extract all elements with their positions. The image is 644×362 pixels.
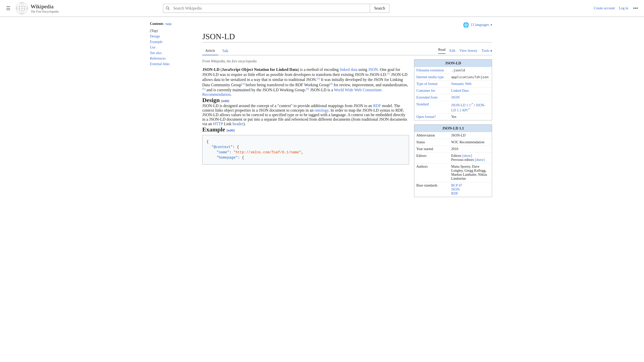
infobox-label-status: Status bbox=[414, 139, 449, 146]
w3c-rec-link[interactable]: World Wide Web Consortium Recommendation bbox=[202, 88, 382, 97]
infobox-value-editors: Editors [show] Previous editors [show] bbox=[449, 153, 492, 163]
infobox-row-standard: Standard JSON-LD 1.1↗ / JSON-LD 1.1 API↗ bbox=[414, 101, 492, 114]
main-layout: Contents hide (Top) Design Example Use S… bbox=[146, 17, 498, 206]
linked-data-link[interactable]: linked data bbox=[340, 67, 357, 72]
infobox-row-extended: Extended from JSON bbox=[414, 94, 492, 101]
infobox-jsonld-table: Filename extension .jsonld Internet medi… bbox=[414, 67, 492, 120]
tools-button[interactable]: Tools ▾ bbox=[481, 49, 492, 53]
infobox-row-filename: Filename extension .jsonld bbox=[414, 67, 492, 74]
sidebar: Contents hide (Top) Design Example Use S… bbox=[146, 17, 196, 206]
language-bar: 🌐 13 languages ▾ bbox=[202, 22, 492, 28]
infobox-value-status: W3C Recommendation bbox=[449, 139, 492, 146]
infobox-jsonld11: JSON-LD 1.1 Abbreviation JSON-LD Status … bbox=[414, 124, 492, 197]
header-link[interactable]: header bbox=[232, 122, 243, 126]
article-tabs: Article Talk Read Edit View history Tool… bbox=[202, 47, 492, 55]
search-input[interactable] bbox=[172, 4, 370, 13]
tab-talk[interactable]: Talk bbox=[219, 47, 231, 55]
infobox-row-year: Year started 2010 bbox=[414, 146, 492, 153]
rdf-link[interactable]: RDF bbox=[373, 104, 381, 108]
site-logo[interactable]: Wikipedia The Free Encyclopedia bbox=[16, 2, 59, 15]
infobox-label-editors: Editors bbox=[414, 153, 449, 163]
toc-link-use[interactable]: Use bbox=[150, 46, 155, 49]
json-link[interactable]: JSON bbox=[368, 67, 378, 72]
infobox-value-abbrev: JSON-LD bbox=[449, 132, 492, 139]
http-link[interactable]: HTTP bbox=[213, 122, 223, 126]
infobox-label-extended: Extended from bbox=[414, 94, 449, 101]
editors-show-link[interactable]: [show] bbox=[462, 154, 472, 158]
ref-4[interactable]: [4] bbox=[329, 82, 333, 85]
bcp47-link[interactable]: BCP 47 bbox=[451, 184, 462, 187]
search-icon bbox=[166, 6, 170, 10]
toc-item-design: Design bbox=[150, 34, 192, 38]
infobox-label-media: Internet media type bbox=[414, 74, 449, 81]
content-with-infobox: From Wikipedia, the free encyclopedia JS… bbox=[202, 59, 492, 201]
infobox-label-open: Open format? bbox=[414, 114, 449, 120]
toc-item-external-links: External links bbox=[150, 62, 192, 66]
json-standard-link[interactable]: JSON bbox=[451, 188, 460, 191]
infobox-row-container: Container for Linked Data bbox=[414, 87, 492, 94]
ref-5[interactable]: [5] bbox=[202, 87, 206, 90]
toc-top-item: (Top) bbox=[150, 29, 192, 33]
ref-2[interactable]: [2] bbox=[317, 77, 320, 80]
ref-3[interactable]: [3] bbox=[242, 82, 245, 85]
tab-view-history[interactable]: View history bbox=[459, 49, 477, 53]
toc-link-see-also[interactable]: See also bbox=[150, 51, 162, 55]
header-actions: Create account Log in ••• bbox=[594, 5, 639, 12]
wikipedia-globe-icon bbox=[16, 2, 28, 15]
infobox-value-year: 2010 bbox=[449, 146, 492, 153]
toc-item-references: References bbox=[150, 57, 192, 61]
rdf-standard-link[interactable]: RDF bbox=[451, 192, 458, 195]
site-subtitle: The Free Encyclopedia bbox=[31, 10, 59, 13]
toc-item-example: Example bbox=[150, 40, 192, 44]
hide-toc-button[interactable]: hide bbox=[166, 22, 172, 26]
language-icon: 🌐 bbox=[463, 22, 469, 28]
tab-read[interactable]: Read bbox=[438, 48, 446, 54]
toc-item-see-also: See also bbox=[150, 51, 192, 55]
more-options-button[interactable]: ••• bbox=[632, 5, 639, 12]
edit-design-link[interactable]: edit bbox=[222, 99, 228, 103]
svg-line-6 bbox=[168, 9, 169, 10]
tab-group-left: Article Talk bbox=[202, 47, 438, 55]
from-wiki: From Wikipedia, the free encyclopedia bbox=[202, 59, 409, 63]
design-paragraph: JSON-LD is designed around the concept o… bbox=[202, 104, 409, 126]
infobox-value-type: Semantic Web bbox=[449, 81, 492, 87]
infobox-jsonld-title: JSON-LD bbox=[414, 60, 492, 67]
prev-editors-show-link[interactable]: [show] bbox=[475, 158, 485, 162]
infobox-row-abbrev: Abbreviation JSON-LD bbox=[414, 132, 492, 139]
log-in-link[interactable]: Log in bbox=[619, 6, 628, 10]
create-account-link[interactable]: Create account bbox=[594, 6, 615, 10]
infobox-label-standard: Standard bbox=[414, 101, 449, 114]
tab-article[interactable]: Article bbox=[202, 47, 218, 55]
contents-title: Contents bbox=[150, 22, 164, 26]
toc-link-design[interactable]: Design bbox=[150, 34, 160, 38]
article-main: From Wikipedia, the free encyclopedia JS… bbox=[202, 59, 409, 201]
edit-example-link[interactable]: edit bbox=[228, 128, 233, 132]
toc-list: Design Example Use See also References E… bbox=[150, 34, 192, 66]
infobox-label-type: Type of format bbox=[414, 81, 449, 87]
site-title: Wikipedia bbox=[31, 3, 59, 10]
chevron-down-icon: ▾ bbox=[491, 23, 492, 27]
search-button[interactable]: Search bbox=[370, 4, 389, 13]
ref-1[interactable]: [1] bbox=[387, 72, 390, 75]
infobox-value-base-standards: BCP 47 JSON RDF bbox=[449, 182, 492, 197]
infobox-value-open: Yes bbox=[449, 114, 492, 120]
ontology-link[interactable]: ontology bbox=[314, 108, 329, 112]
jsonld-11-link[interactable]: JSON-LD 1.1 bbox=[451, 103, 471, 107]
menu-button[interactable]: ☰ bbox=[5, 4, 12, 12]
infobox-column: JSON-LD Filename extension .jsonld Inter… bbox=[414, 59, 492, 201]
toc-link-example[interactable]: Example bbox=[150, 40, 163, 44]
infobox-value-media: application/ld+json bbox=[449, 74, 492, 81]
svg-point-5 bbox=[166, 7, 169, 9]
code-block: { "@context": { "name": "http://xmlns.co… bbox=[202, 135, 409, 165]
toc-link-references[interactable]: References bbox=[150, 57, 166, 60]
tab-edit[interactable]: Edit bbox=[450, 49, 455, 53]
language-selector[interactable]: 13 languages bbox=[471, 23, 489, 27]
infobox-label-year: Year started bbox=[414, 146, 449, 153]
tab-group-right: Read Edit View history Tools ▾ bbox=[438, 48, 492, 54]
infobox-value-filename: .jsonld bbox=[449, 67, 492, 74]
ref-6[interactable]: [6] bbox=[306, 87, 309, 90]
infobox-row-type: Type of format Semantic Web bbox=[414, 81, 492, 87]
infobox-value-container: Linked Data bbox=[449, 87, 492, 94]
toc-link-external-links[interactable]: External links bbox=[150, 62, 170, 66]
infobox-row-media: Internet media type application/ld+json bbox=[414, 74, 492, 81]
